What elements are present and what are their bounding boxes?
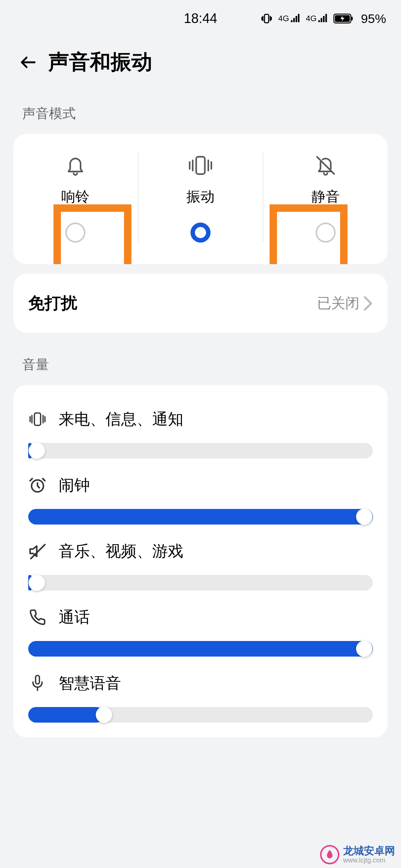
mic-icon bbox=[28, 674, 47, 693]
section-volume-label: 音量 bbox=[0, 342, 401, 385]
signal-4g-2-icon: 4G bbox=[306, 14, 328, 23]
vibrate-status-icon bbox=[260, 12, 273, 25]
bell-off-icon bbox=[314, 152, 337, 178]
speaker-mute-icon bbox=[28, 542, 47, 560]
svg-rect-5 bbox=[35, 413, 41, 425]
watermark-main: 龙城安卓网 bbox=[343, 845, 395, 857]
watermark-sub: www.lcjtg.com bbox=[343, 857, 395, 864]
dnd-row: 免打扰 已关闭 bbox=[13, 274, 388, 333]
vol-voice-label: 智慧语音 bbox=[59, 673, 121, 694]
volume-card: 来电、信息、通知 闹钟 音乐、视频、游戏 bbox=[13, 385, 388, 737]
vol-alarm-slider[interactable] bbox=[28, 509, 373, 525]
mode-vibrate[interactable]: 振动 bbox=[138, 152, 264, 243]
chevron-right-icon bbox=[363, 296, 373, 311]
vol-media-slider[interactable] bbox=[28, 575, 373, 591]
vol-ringtone-label: 来电、信息、通知 bbox=[59, 409, 183, 430]
page-title: 声音和振动 bbox=[48, 48, 152, 76]
vol-voice: 智慧语音 bbox=[28, 657, 373, 723]
vibrate-icon bbox=[188, 152, 213, 178]
status-right: 4G 4G 95% bbox=[260, 11, 386, 26]
page-header: 声音和振动 bbox=[0, 37, 401, 91]
back-button[interactable] bbox=[17, 51, 39, 73]
vol-call-label: 通话 bbox=[59, 607, 90, 628]
battery-text: 95% bbox=[361, 11, 386, 26]
highlight-ring bbox=[53, 204, 131, 264]
highlight-silent bbox=[270, 204, 348, 264]
mode-vibrate-radio[interactable] bbox=[190, 223, 211, 243]
vol-ringtone-slider[interactable] bbox=[28, 443, 373, 458]
svg-rect-4 bbox=[196, 157, 205, 174]
vol-call-slider[interactable] bbox=[28, 641, 373, 657]
signal-4g-1-icon: 4G bbox=[278, 14, 300, 23]
mode-vibrate-label: 振动 bbox=[186, 187, 215, 206]
vol-call: 通话 bbox=[28, 591, 373, 657]
phone-icon bbox=[28, 608, 47, 627]
vol-voice-slider[interactable] bbox=[28, 707, 373, 723]
watermark: 龙城安卓网 www.lcjtg.com bbox=[320, 845, 395, 864]
dnd-card[interactable]: 免打扰 已关闭 bbox=[13, 274, 388, 333]
mode-ring-label: 响铃 bbox=[61, 187, 89, 206]
section-mode-label: 声音模式 bbox=[0, 91, 401, 134]
bell-icon bbox=[65, 152, 86, 178]
vol-ringtone: 来电、信息、通知 bbox=[28, 392, 373, 458]
dnd-title: 免打扰 bbox=[28, 292, 317, 314]
mode-silent-label: 静音 bbox=[312, 187, 340, 206]
sound-mode-card: 响铃 振动 静音 bbox=[13, 134, 388, 264]
dnd-value: 已关闭 bbox=[317, 294, 359, 313]
battery-icon bbox=[333, 13, 353, 24]
alarm-icon bbox=[28, 476, 47, 494]
status-bar: 18:44 4G 4G 95% bbox=[0, 0, 401, 37]
svg-rect-2 bbox=[351, 17, 353, 20]
svg-rect-7 bbox=[36, 675, 40, 684]
phone-vibrate-icon bbox=[28, 410, 47, 428]
vol-media: 音乐、视频、游戏 bbox=[28, 525, 373, 591]
vol-alarm: 闹钟 bbox=[28, 458, 373, 525]
watermark-icon bbox=[320, 845, 339, 864]
vol-media-label: 音乐、视频、游戏 bbox=[59, 541, 183, 562]
svg-rect-0 bbox=[265, 14, 269, 23]
vol-alarm-label: 闹钟 bbox=[59, 475, 90, 496]
